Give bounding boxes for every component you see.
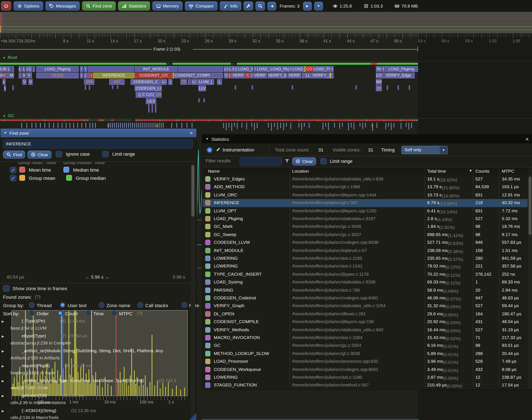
- gc-event-tick[interactable]: [354, 123, 354, 129]
- radio-thread[interactable]: [29, 302, 34, 308]
- gc-event-tick[interactable]: [45, 123, 45, 128]
- options-button[interactable]: Options: [14, 1, 43, 11]
- gc-event-tick[interactable]: [351, 123, 351, 128]
- table-row[interactable]: VERIFY_Methods/home/kristofferc/julia/sr…: [203, 326, 528, 334]
- timeline-zone[interactable]: 920: [109, 79, 125, 85]
- gc-event-tick[interactable]: [339, 123, 340, 129]
- table-row[interactable]: METHOD_LOOKUP_SLOW/home/kristofferc/juli…: [203, 350, 528, 358]
- expand-icon[interactable]: ▶: [2, 392, 4, 399]
- radio-mtpc[interactable]: [111, 310, 117, 316]
- gc-event-tick[interactable]: [237, 123, 237, 129]
- frames-dropdown-button[interactable]: ▼: [314, 1, 323, 10]
- zone-name[interactable]: CODEGEN_Codeinst: [214, 295, 256, 300]
- frame-activity-bar[interactable]: [377, 63, 418, 65]
- stats-limit-range-checkbox[interactable]: [320, 158, 327, 165]
- found-zone-name[interactable]: getindex(Ok): [22, 392, 47, 399]
- gc-event-tick[interactable]: [149, 123, 149, 128]
- gc-event-tick[interactable]: [159, 123, 159, 128]
- timeline-zone-stub[interactable]: [112, 85, 113, 89]
- timeline-zone[interactable]: V: [26, 73, 32, 78]
- tools-button[interactable]: [244, 1, 253, 11]
- zone-name[interactable]: VERIFY_Edges: [214, 176, 245, 181]
- timeline-zone[interactable]: (( C C(C(: [136, 92, 156, 98]
- timeline-zone-stub[interactable]: [152, 105, 153, 113]
- gc-event-tick[interactable]: [234, 123, 235, 127]
- found-zone-name[interactable]: eltype(Type): [22, 332, 46, 339]
- timeline-zone-stub[interactable]: [252, 85, 253, 89]
- gc-event-tick[interactable]: [271, 123, 272, 131]
- legend-swatch[interactable]: [64, 167, 69, 172]
- gc-event-tick[interactable]: [90, 123, 90, 128]
- gc-event-tick[interactable]: [85, 123, 86, 128]
- timeline-zone-stub[interactable]: [292, 85, 293, 89]
- found-zone-name[interactable]: (::Type)(Ptr): [22, 318, 45, 324]
- table-row[interactable]: LOWERING/home/kristofferc/julia/src/ast.…: [203, 255, 528, 263]
- timeline-zone[interactable]: l: [250, 73, 253, 78]
- timeline-zone[interactable]: 48: [157, 92, 162, 98]
- gc-event-tick[interactable]: [286, 123, 287, 127]
- resize-grip[interactable]: [189, 413, 197, 420]
- zone-name[interactable]: CODEGEN_Workqueue: [214, 367, 261, 372]
- zone-name[interactable]: LOWERING: [214, 375, 238, 380]
- zone-name[interactable]: GC_Mark: [214, 224, 233, 229]
- legend-swatch[interactable]: [66, 175, 72, 181]
- filter-input[interactable]: [239, 157, 282, 165]
- zone-name[interactable]: LOAD_Sysimg: [214, 279, 243, 285]
- gc-event-tick[interactable]: [144, 123, 145, 128]
- gc-event-tick[interactable]: [69, 123, 70, 128]
- timeline-zone[interactable]: C: [232, 66, 235, 72]
- gc-event-tick[interactable]: [176, 123, 177, 128]
- table-row[interactable]: VERIFY_Edges/home/kristofferc/julia/src/…: [203, 175, 528, 183]
- gc-activity-bar[interactable]: [111, 119, 114, 121]
- timeline-zone[interactable]: [302, 73, 304, 78]
- zone-name[interactable]: LLVM_OPT: [214, 208, 236, 213]
- timeline-zone[interactable]: L: [7, 66, 11, 72]
- radio-order[interactable]: [29, 310, 34, 316]
- radio-count[interactable]: [57, 310, 63, 316]
- timeline-zone[interactable]: I: [80, 66, 83, 72]
- gc-event-tick[interactable]: [163, 123, 164, 128]
- timing-dropdown[interactable]: Self only ▼: [401, 146, 448, 154]
- timeline-zone[interactable]: L: [217, 79, 222, 85]
- zone-name[interactable]: DL_OPEN: [214, 311, 234, 316]
- limit-range-checkbox[interactable]: [102, 151, 109, 157]
- gc-event-tick[interactable]: [31, 123, 32, 128]
- gc-event-tick[interactable]: [161, 123, 161, 128]
- gc-event-tick[interactable]: [81, 123, 82, 128]
- frame-activity-bar[interactable]: [0, 63, 166, 65]
- timeline-zone[interactable]: [88, 66, 134, 72]
- zone-name[interactable]: INFERENCE: [214, 200, 239, 205]
- table-row[interactable]: TYPE_CACHE_INSERT/home/kristofferc/julia…: [203, 270, 528, 278]
- find-zone-titlebar[interactable]: ▼ Find zone ✕: [0, 129, 197, 137]
- gc-event-tick[interactable]: [257, 123, 257, 128]
- timeline-zone[interactable]: M: [9, 73, 14, 78]
- gc-event-tick[interactable]: [132, 123, 133, 128]
- gc-event-tick[interactable]: [153, 123, 153, 128]
- timeline-zone[interactable]: LOAD_PI: [313, 66, 330, 72]
- find-zone-button[interactable]: Find zone: [82, 1, 116, 11]
- timeline-zone-stub[interactable]: [89, 85, 90, 90]
- timeline-zone-stub[interactable]: [398, 85, 399, 90]
- gc-event-tick[interactable]: [137, 123, 137, 128]
- gc-event-tick[interactable]: [155, 123, 155, 128]
- gc-event-tick[interactable]: [242, 123, 242, 128]
- found-zone-item[interactable]: ▶getindex(Ok)(2) 3.26 msutils.jl:39 in I…: [0, 392, 190, 406]
- gc-event-tick[interactable]: [406, 123, 407, 127]
- timeline-zone-stub[interactable]: [387, 85, 388, 90]
- table-row[interactable]: VERIFY_Graph/home/kristofferc/julia/src/…: [203, 302, 528, 310]
- gc-event-tick[interactable]: [290, 123, 291, 129]
- gc-event-tick[interactable]: [114, 123, 115, 128]
- timeline-zone-stub[interactable]: [117, 85, 118, 89]
- timeline-zone[interactable]: IN: [376, 66, 382, 72]
- timeline-zone[interactable]: A: [0, 73, 3, 78]
- gc-event-tick[interactable]: [58, 123, 58, 128]
- timeline-zone[interactable]: C: [3, 73, 6, 78]
- found-zone-name[interactable]: require(PkgId): [22, 362, 49, 369]
- timeline-zone[interactable]: l: [290, 66, 292, 72]
- zone-name[interactable]: LLVM_ORC: [214, 192, 237, 197]
- timeline-zone[interactable]: 14,532: [36, 73, 79, 78]
- funnel-icon[interactable]: [285, 159, 290, 164]
- zone-name[interactable]: CODEINST_COMPILE: [214, 319, 259, 324]
- found-zone-item[interactable]: ▶(::#23#24)(String)(2) 13.36 msutils.jl:…: [0, 407, 190, 420]
- timeline-zone[interactable]: VERIF: [287, 73, 301, 78]
